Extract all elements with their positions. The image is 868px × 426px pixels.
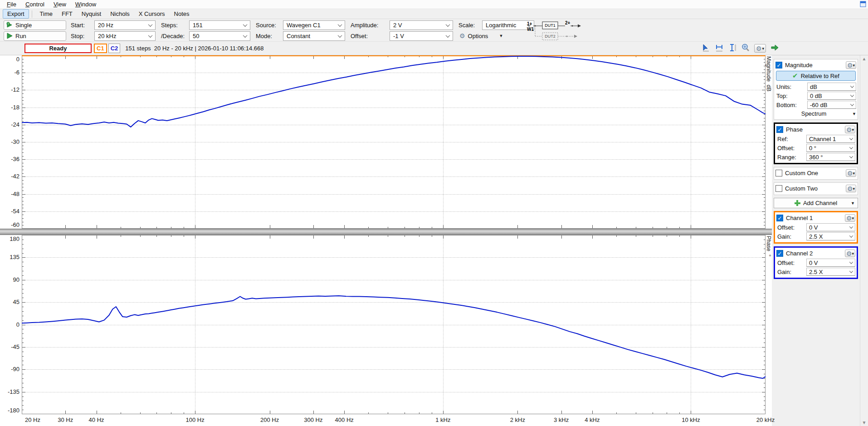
y-tick-label: -180 [8,407,20,414]
chevron-down-icon [849,234,853,237]
phase-gear-button[interactable]: ⚙▾ [845,126,855,133]
decade-select[interactable]: 50 [189,31,250,41]
tab-fft[interactable]: FFT [58,10,77,18]
tab-notes[interactable]: Notes [170,10,194,18]
tab-x-cursors[interactable]: X Cursors [135,10,169,18]
chevron-down-icon [446,33,450,38]
custom-two-checkbox[interactable] [775,185,782,192]
channel1-offset-select[interactable]: 0 V [806,223,855,231]
custom-one-gear-button[interactable]: ⚙▾ [846,169,856,177]
plots-column: 0-6-12-18-24-30-36-42-48-54-60 Magnitude… [0,55,772,426]
phase-plot[interactable] [22,235,766,414]
panel-section-custom-two: Custom Two ⚙▾ [774,182,858,195]
plot-splitter[interactable] [0,229,772,235]
custom-one-checkbox[interactable] [775,170,782,176]
channel1-gain-select[interactable]: 2.5 X [806,232,855,240]
panel-section-channel1: ✓ Channel 1 ⚙▾ Offset: 0 V Gain: 2.5 X [774,211,858,244]
magnitude-plot[interactable] [22,55,766,229]
run-button[interactable]: Run [4,31,66,41]
svg-text:DUT1: DUT1 [545,23,556,28]
bottom-select[interactable]: -60 dB [807,101,856,109]
x-tick-label: 2 kHz [510,416,525,423]
x-axis: 20 Hz30 Hz40 Hz100 Hz200 Hz300 Hz400 Hz1… [22,414,766,426]
source-select[interactable]: Wavegen C1 [283,20,345,30]
caret-down-icon: ▼ [499,34,503,38]
check-icon: ✓ [777,127,782,132]
y-tick-label: -6 [14,69,20,76]
zoom-tool-button[interactable] [741,43,750,54]
horizontal-cursor-button[interactable] [715,43,724,54]
panel-section-phase: ✓ Phase ⚙▾ Ref: Channel 1 Offset: 0 ° Ra… [774,122,858,164]
menu-item-window[interactable]: Window [72,0,99,8]
scroll-up-button[interactable]: ▲ [862,56,867,61]
menu-item-file[interactable]: File [4,0,20,8]
menu-item-control[interactable]: Control [22,0,48,8]
units-select[interactable]: dB [807,83,856,91]
phase-axis-title: Phase ° [766,236,772,257]
svg-text:W1: W1 [527,27,534,32]
channel-config-panel: ✓ Magnitude ⚙▾ ✔ Relative to Ref Units: … [772,55,860,426]
channel2-offset-label: Offset: [777,260,806,266]
top-select[interactable]: 0 dB [807,92,856,100]
caret-down-icon: ▾ [853,63,855,68]
channel2-gear-button[interactable]: ⚙▾ [845,250,855,257]
chevron-down-icon [446,22,450,27]
tab-time[interactable]: Time [36,10,57,18]
steps-select[interactable]: 151 [189,20,250,30]
y-tick-label: 45 [13,299,20,305]
tab-nichols[interactable]: Nichols [106,10,134,18]
main-area: 0-6-12-18-24-30-36-42-48-54-60 Magnitude… [0,55,868,426]
toolbar: 1 Single Start: 20 Hz Steps: 151 Source:… [0,19,868,42]
gear-icon: ⚙ [847,170,853,176]
chevron-down-icon [850,93,854,97]
y-tick-label: -30 [11,138,20,145]
channel2-offset-select[interactable]: 0 V [806,259,855,267]
window-dock-icon[interactable] [860,1,866,9]
chevron-down-icon [338,33,342,38]
magnitude-checkbox[interactable]: ✓ [775,62,782,69]
custom-two-gear-button[interactable]: ⚙▾ [846,185,856,192]
magnitude-gear-button[interactable]: ⚙▾ [846,61,856,69]
add-channel-button[interactable]: Add Channel ▼ [774,198,858,208]
offset-select[interactable]: -1 V [390,31,453,41]
y-tick-label: -18 [11,104,20,111]
units-label: Units: [776,83,807,90]
y-tick-label: -54 [11,208,20,215]
offset-label: Offset: [351,33,390,39]
phase-offset-select[interactable]: 0 ° [806,144,855,152]
options-button[interactable]: ⚙ Options ▼ [458,33,503,39]
cursor-tool-button[interactable] [702,43,711,54]
ref-select[interactable]: Channel 1 [806,135,855,143]
x-tick-label: 4 kHz [585,416,600,423]
spectrum-selector[interactable]: Spectrum ▼ [775,109,856,118]
plot-settings-button[interactable]: ⚙▾ [754,44,766,53]
channel1-badge[interactable]: C1 [94,44,107,53]
mode-select[interactable]: Constant [283,31,345,41]
tab-export[interactable]: Export [3,9,29,19]
source-label: Source: [256,22,283,29]
range-select[interactable]: 360 ° [806,153,855,161]
panel-scrollbar[interactable]: ▲ ▼ [860,55,868,426]
menu-item-view[interactable]: View [50,0,69,8]
vertical-cursor-button[interactable] [728,43,737,54]
tab-nyquist[interactable]: Nyquist [78,10,105,18]
stop-select[interactable]: 20 kHz [94,31,156,41]
scroll-down-button[interactable]: ▼ [862,420,867,425]
top-label: Top: [776,93,807,99]
phase-checkbox[interactable]: ✓ [776,126,783,133]
channel2-gain-select[interactable]: 2.5 X [806,268,855,276]
channel2-badge[interactable]: C2 [108,44,121,53]
y-tick-label: -135 [8,388,20,395]
caret-down-icon: ▾ [853,186,855,191]
relative-to-ref-button[interactable]: ✔ Relative to Ref [776,71,856,81]
channel1-gear-button[interactable]: ⚙▾ [845,214,855,222]
amplitude-select[interactable]: 2 V [390,20,453,30]
channel1-checkbox[interactable]: ✓ [776,215,783,221]
single-button[interactable]: 1 Single [4,20,66,30]
y-tick-label: -48 [11,191,20,197]
channel2-gain-label: Gain: [777,269,806,275]
pop-out-button[interactable] [770,43,779,54]
channel2-checkbox[interactable]: ✓ [776,250,783,257]
chevron-down-icon [849,269,853,273]
start-select[interactable]: 20 Hz [94,20,156,30]
